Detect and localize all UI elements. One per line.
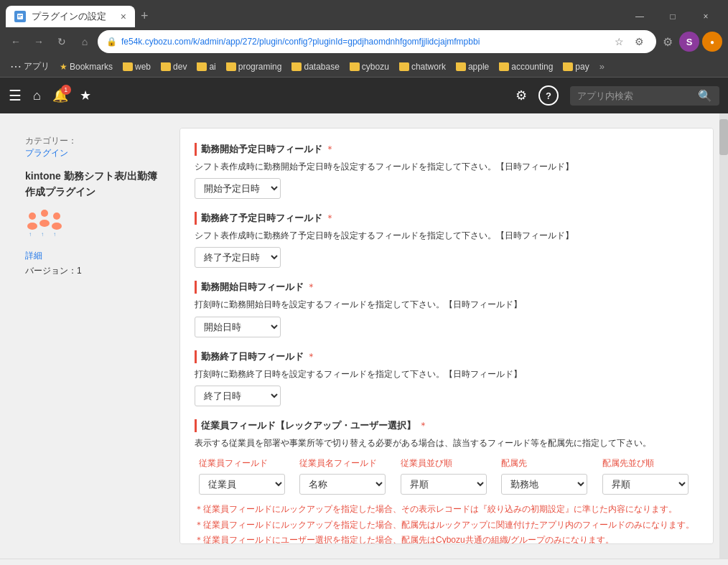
bookmark-chatwork[interactable]: chatwork: [395, 60, 450, 74]
hamburger-menu-icon[interactable]: ☰: [9, 87, 22, 104]
bookmark-programing[interactable]: programing: [222, 60, 286, 74]
folder-icon: [197, 62, 207, 71]
minimize-button[interactable]: —: [623, 6, 656, 27]
folder-icon: [123, 62, 133, 71]
help-icon[interactable]: ?: [538, 85, 559, 106]
note3: ＊従業員フィールドにユーザー選択を指定した場合、配属先はCybozu共通の組織/…: [195, 533, 699, 544]
folder-icon: [350, 62, 360, 71]
bookmark-database[interactable]: database: [287, 60, 343, 74]
url-text: fe54k.cybozu.com/k/admin/app/272/plugin/…: [121, 37, 606, 47]
close-button[interactable]: ×: [689, 6, 722, 27]
tab-icon: [14, 11, 26, 22]
section4-select[interactable]: 終了日時: [195, 386, 281, 406]
col2-header: 従業員名フィールド: [295, 456, 396, 471]
folder-icon: [456, 62, 466, 71]
cybozu-label: cybozu: [362, 62, 389, 72]
employee-field-select[interactable]: 従業員: [199, 474, 285, 495]
bookmarks-label: Bookmarks: [70, 62, 113, 72]
category-label: カテゴリー：: [25, 135, 169, 147]
section1-label-bar: 勤務開始予定日時フィールド ＊: [195, 143, 699, 156]
section4-required: ＊: [307, 350, 316, 363]
search-input[interactable]: [577, 90, 692, 101]
bookmark-web[interactable]: web: [118, 60, 155, 74]
refresh-button[interactable]: ↻: [52, 32, 72, 52]
bookmark-accounting[interactable]: accounting: [495, 60, 557, 74]
active-tab[interactable]: プラグインの設定 ×: [6, 6, 135, 27]
back-button[interactable]: ←: [6, 32, 26, 52]
scrollbar-track[interactable]: [719, 113, 728, 559]
accounting-label: accounting: [511, 62, 553, 72]
svg-text:↑: ↑: [53, 231, 56, 238]
bookmark-pay[interactable]: pay: [559, 60, 593, 74]
svg-rect-2: [18, 17, 21, 17]
category-value[interactable]: プラグイン: [25, 147, 169, 159]
svg-text:↑: ↑: [29, 231, 32, 238]
chatwork-label: chatwork: [411, 62, 446, 72]
bookmark-bookmarks[interactable]: ★ Bookmarks: [55, 60, 117, 74]
bookmark-apps[interactable]: ⋯ アプリ: [6, 57, 54, 75]
section4-description: 打刻時に勤務終了日時を設定するフィールドを指定して下さい。【日時フィールド】: [195, 368, 699, 381]
col1-header: 従業員フィールド: [195, 456, 295, 471]
section5-required: ＊: [419, 419, 428, 432]
col5-header: 配属先並び順: [598, 456, 699, 471]
detail-label[interactable]: 詳細: [25, 250, 169, 262]
window-controls: — □ ×: [623, 6, 722, 27]
section3-required: ＊: [307, 281, 316, 294]
section3-select[interactable]: 開始日時: [195, 317, 281, 337]
svg-point-3: [29, 213, 36, 220]
bookmark-apple[interactable]: apple: [452, 60, 493, 74]
folder-icon: [161, 62, 171, 71]
department-order-select[interactable]: 昇順: [602, 474, 689, 495]
favorites-star-icon[interactable]: ★: [80, 88, 91, 103]
database-label: database: [304, 62, 339, 72]
app-search-box[interactable]: 🔍: [570, 86, 719, 106]
section2-select[interactable]: 終了予定日時: [195, 247, 281, 268]
lock-icon: 🔒: [106, 37, 117, 47]
section5-description: 表示する従業員を部署や事業所等で切り替える必要がある場合は、該当するフィールド等…: [195, 436, 699, 450]
bookmark-star-icon[interactable]: ☆: [610, 33, 627, 50]
note2: ＊従業員フィールドにルックアップを指定した場合、配属先はルックアップに関連付けた…: [195, 518, 699, 533]
home-icon[interactable]: ⌂: [33, 88, 41, 103]
section2-description: シフト表作成時に勤務終了予定日時を設定するフィールドを指定して下さい。【日時フィ…: [195, 229, 699, 243]
employee-order-select[interactable]: 昇順: [401, 474, 487, 495]
bookmark-cybozu[interactable]: cybozu: [345, 60, 393, 74]
section-employee: 従業員フィールド【レックアップ・ユーザー選択】 ＊ 表示する従業員を部署や事業所…: [195, 419, 699, 544]
sidebar: カテゴリー： プラグイン kintone 勤務シフト表/出勤簿作成プラグイン ↑…: [14, 128, 179, 544]
forward-button[interactable]: →: [29, 32, 49, 52]
apps-grid-icon: ⋯: [10, 60, 22, 73]
folder-icon: [563, 62, 573, 71]
apple-label: apple: [468, 62, 489, 72]
web-label: web: [135, 62, 151, 72]
section1-required: ＊: [325, 143, 335, 156]
folder-icon: [499, 62, 509, 71]
address-bar[interactable]: 🔒 fe54k.cybozu.com/k/admin/app/272/plugi…: [98, 30, 656, 53]
scrollbar-thumb[interactable]: [719, 119, 728, 155]
section1-select[interactable]: 開始予定日時: [195, 178, 281, 199]
extensions-button[interactable]: ⚙: [659, 33, 676, 50]
folder-icon: [399, 62, 409, 71]
maximize-button[interactable]: □: [656, 6, 689, 27]
settings-gear-icon[interactable]: ⚙: [515, 88, 527, 103]
new-tab-button[interactable]: +: [135, 6, 154, 27]
employee-fields-table: 従業員フィールド 従業員名フィールド 従業員並び順 配属先 配属先並び順 従業員…: [195, 456, 699, 498]
employee-name-select[interactable]: 名称: [299, 474, 386, 495]
bookmark-ai[interactable]: ai: [192, 60, 220, 74]
profile-avatar[interactable]: S: [679, 32, 699, 52]
folder-icon: [226, 62, 236, 71]
col3-header: 従業員並び順: [396, 456, 497, 471]
section-end-actual: 勤務終了日時フィールド ＊ 打刻時に勤務終了日時を設定するフィールドを指定して下…: [195, 350, 699, 406]
tab-close-button[interactable]: ×: [121, 11, 126, 22]
section1-description: シフト表作成時に勤務開始予定日時を設定するフィールドを指定して下さい。【日時フィ…: [195, 160, 699, 174]
notification-dot[interactable]: ●: [702, 32, 722, 52]
home-button[interactable]: ⌂: [75, 32, 95, 52]
section3-description: 打刻時に勤務開始日時を設定するフィールドを指定して下さい。【日時フィールド】: [195, 298, 699, 312]
plugin-icon: ↑ ↑ ↑: [25, 207, 64, 239]
col4-header: 配属先: [497, 456, 597, 471]
svg-point-4: [27, 223, 37, 230]
department-select[interactable]: 勤務地: [501, 474, 587, 495]
more-bookmarks-button[interactable]: »: [595, 59, 609, 74]
extension-icon[interactable]: ⚙: [630, 33, 648, 50]
section-end-datetime: 勤務終了予定日時フィールド ＊ シフト表作成時に勤務終了予定日時を設定するフィー…: [195, 212, 699, 268]
search-icon[interactable]: 🔍: [698, 89, 712, 103]
bookmark-dev[interactable]: dev: [157, 60, 191, 74]
